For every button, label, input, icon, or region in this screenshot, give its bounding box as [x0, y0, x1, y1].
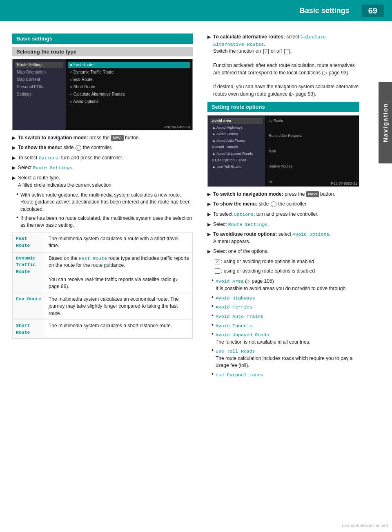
avoid-area-title: Avoid Area: [210, 118, 263, 124]
table-row-short: ShortRoute The multimedia system calcula…: [13, 320, 193, 339]
avoid-area-item: • Avoid Area (▷ page 105) It is possible…: [207, 278, 359, 292]
navigation-tab: Navigation: [379, 82, 392, 163]
use-carpool-item: • Use Carpool Lanes: [207, 371, 359, 379]
basic-settings-header: Basic settings: [12, 34, 193, 44]
bullet-avoid-tunnels: •: [212, 322, 214, 328]
table-row-fast: Fast Route The multimedia system calcula…: [13, 232, 193, 252]
controller-icon: [76, 145, 81, 151]
avoid-ferries-link: Avoid Ferries: [216, 304, 252, 310]
avoid-screenshot: Avoid Area ▲ Avoid Highways ▲ Avoid Ferr…: [207, 115, 359, 187]
instruction2-avoid-options: ▶ To avoid/use route options: select Avo…: [207, 231, 359, 245]
route-label-eco: Eco Route: [13, 293, 45, 320]
navi-button-r: NAVI: [306, 191, 319, 197]
avoid-auto-trains-item: • Avoid Auto Trains: [207, 313, 359, 320]
avoid-menu-left: Avoid Area ▲ Avoid Highways ▲ Avoid Ferr…: [208, 116, 265, 186]
avoid-tunnels-item: • Avoid Tunnels: [207, 322, 359, 330]
route-settings-link-r: Route Settings: [228, 222, 268, 227]
navi-button: NAVI: [111, 135, 124, 141]
route-settings-link: Route Settings: [33, 165, 73, 170]
bullet-avoid-trains: •: [212, 312, 214, 319]
bullet-toll-roads: •: [212, 347, 214, 353]
nav-menu-route-settings: Route Settings: [15, 62, 63, 68]
checkbox-enabled-icon: [215, 259, 220, 264]
nav-route-avoid: ○ Avoid Options: [68, 98, 190, 105]
arrow-icon-r4: ▶: [207, 221, 211, 228]
top-bar: Basic settings 69: [0, 0, 392, 21]
avoid-right-panel: fic Route Route After Request bute rnati…: [265, 116, 359, 186]
route-desc-fast: The multimedia system calculates a route…: [45, 232, 193, 252]
bullet-avoid-hwy: •: [212, 294, 214, 300]
nav-menu-personal-pois: Personal POIs: [15, 84, 63, 90]
page-number: 69: [362, 4, 384, 17]
use-toll: ▲ Use Toll Roads: [210, 164, 263, 170]
avoid-right-3: bute: [267, 149, 356, 154]
avoid-unpaved: ▲ Avoid Unpaved Roads: [210, 151, 263, 156]
bullet-avoid-ferries: •: [212, 303, 214, 309]
instruction-select-route-settings: ▶ Select Route Settings.: [12, 164, 193, 172]
nav-screenshot: Route Settings Map Orientation Map Conte…: [12, 59, 193, 130]
instruction-select-route-type: ▶ Select a route type. A filled circle i…: [12, 174, 193, 189]
arrow-icon-r5: ▶: [207, 231, 211, 237]
arrow-icon-2: ▶: [12, 145, 16, 151]
avoid-highways: ▲ Avoid Highways: [210, 125, 263, 130]
nav-route-short: ○ Short Route: [68, 84, 190, 90]
instruction-select-options: ▶ To select Options: turn and press the …: [12, 154, 193, 162]
avoid-ferries: ▲ Avoid Ferries: [210, 131, 263, 137]
main-content: Basic settings Selecting the route type …: [0, 21, 392, 384]
route-label-short: ShortRoute: [13, 320, 45, 339]
checkbox-note-2: : using or avoiding route options is dis…: [207, 268, 359, 275]
avoid-unpaved-item: • Avoid Unpaved Roads The function is no…: [207, 331, 359, 346]
avoid-unpaved-link: Avoid Unpaved Roads: [216, 332, 269, 338]
nav-route-calc-alt: ○ Calculate Alternative Routes: [68, 91, 190, 97]
checkbox-off-icon: [284, 49, 290, 54]
avoid-options-link: Avoid Options: [292, 232, 329, 237]
nav-route-dynamic: ○ Dynamic Traffic Route: [68, 69, 190, 75]
bullet-carpool: •: [212, 371, 214, 377]
sub-dot-1: •: [16, 191, 18, 197]
checkbox-on-icon: [263, 49, 269, 54]
watermark: carmanualssonline.info: [342, 523, 388, 528]
use-toll-roads-item: • Use Toll Roads The route calculation i…: [207, 348, 359, 369]
instruction2-show-menu: ▶ To show the menu: slide the controller…: [207, 201, 359, 208]
instruction2-select-option: ▶ Select one of the options.: [207, 248, 359, 255]
avoid-tunnels-link: Avoid Tunnels: [216, 323, 252, 329]
nav-menu-map-content: Map Content: [15, 76, 63, 83]
sub-dot-2: •: [16, 214, 18, 221]
arrow-icon-r6: ▶: [207, 248, 211, 255]
left-column: Basic settings Selecting the route type …: [0, 29, 200, 384]
nav-route-right: ● Fast Route ○ Dynamic Traffic Route ○ E…: [66, 59, 192, 130]
arrow-icon-r3: ▶: [207, 211, 211, 217]
arrow-icon-5: ▶: [12, 175, 16, 181]
use-carpool: 0 Use Carpool Lanes: [210, 157, 263, 163]
nav-menu-settings: Settings: [15, 91, 63, 97]
route-options-table: Fast Route The multimedia system calcula…: [12, 232, 193, 339]
avoid-auto-trains: ▲ Avoid Auto Trains: [210, 138, 263, 143]
setting-route-options-header: Setting route options: [207, 102, 359, 112]
arrow-icon-4: ▶: [12, 165, 16, 171]
arrow-icon: ▶: [12, 135, 16, 141]
fast-route-ref: Fast Route: [79, 256, 107, 261]
bullet-avoid-unpaved: •: [212, 331, 214, 337]
sub-instruction-no-route: • If there has been no route calculated,…: [12, 215, 193, 229]
avoid-auto-trains-link: Avoid Auto Trains: [216, 314, 263, 319]
arrow-icon-r1: ▶: [207, 191, 211, 197]
options-link-r: Options: [234, 212, 254, 217]
avoid-right-1: fic Route: [267, 118, 356, 123]
use-toll-roads-link: Use Toll Roads: [216, 349, 255, 354]
nav-route-eco: ○ Eco Route: [68, 76, 190, 83]
page-title: Basic settings: [300, 7, 350, 15]
avoid-right-4: rnative Routes: [267, 164, 356, 169]
table-row-dynamic: DynamicTrafficRoute Based on the Fast Ro…: [13, 252, 193, 293]
nav-menu-map-orientation: Map Orientation: [15, 69, 63, 75]
select-route-subheader: Selecting the route type: [12, 47, 193, 56]
avoid-area-link: Avoid Area: [216, 279, 244, 284]
route-label-fast: Fast Route: [13, 232, 45, 252]
instruction2-switch-nav: ▶ To switch to navigation mode: press th…: [207, 191, 359, 198]
avoid-highways-link: Avoid Highways: [216, 295, 255, 301]
route-desc-short: The multimedia system calculates a short…: [45, 320, 193, 339]
checkbox-note-1: : using or avoiding route options is ena…: [207, 258, 359, 265]
instruction-show-menu: ▶ To show the menu: slide the controller…: [12, 144, 193, 151]
nav-route-fast: ● Fast Route: [68, 62, 190, 68]
instruction-switch-nav: ▶ To switch to navigation mode: press th…: [12, 134, 193, 141]
table-row-eco: Eco Route The multimedia system calculat…: [13, 293, 193, 320]
